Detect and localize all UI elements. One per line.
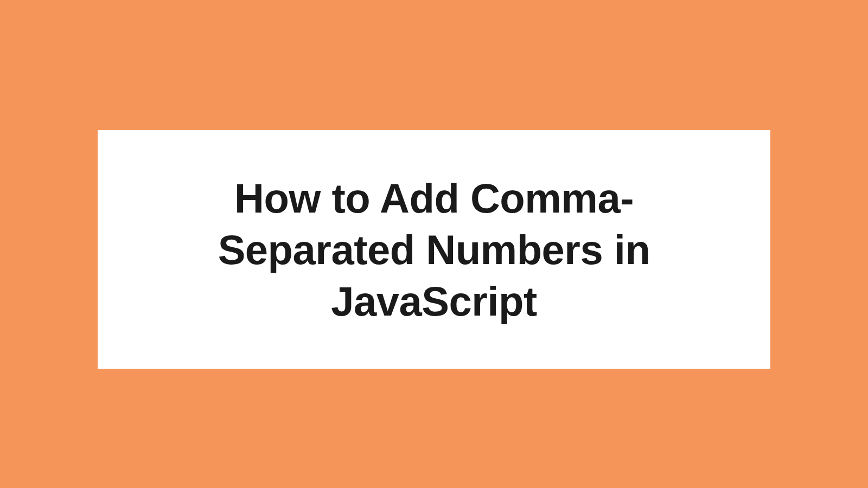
title-card: How to Add Comma-Separated Numbers in Ja…: [98, 130, 770, 369]
main-title: How to Add Comma-Separated Numbers in Ja…: [141, 172, 727, 327]
